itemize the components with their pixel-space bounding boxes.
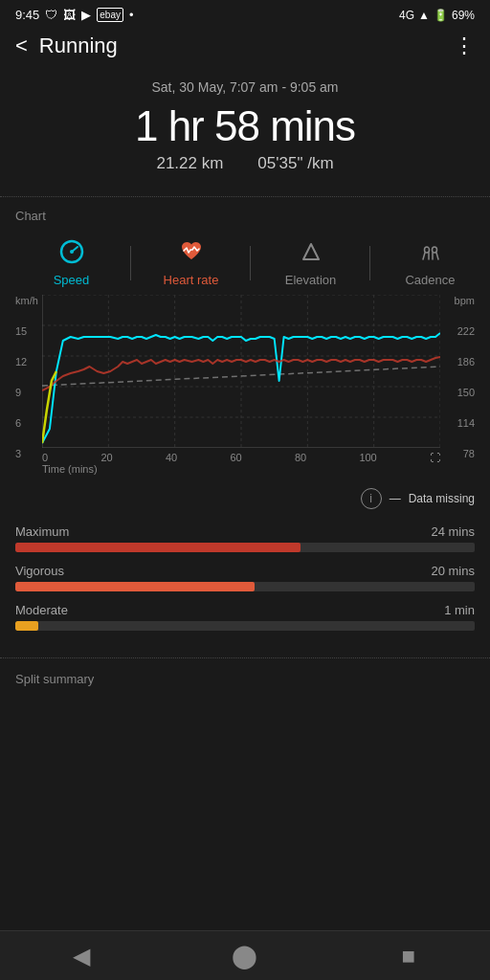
status-bar: 9:45 🛡 🖼 ▶ ebay • 4G ▲ 🔋 69%	[0, 0, 490, 26]
youtube-icon: ▶	[81, 8, 91, 22]
zones-section: Maximum 24 mins Vigorous 20 mins Moderat…	[0, 517, 490, 657]
x-axis: 0 20 40 60 80 100 ⛶	[42, 448, 440, 463]
zone-moderate-bar-fill	[15, 621, 38, 631]
svg-point-5	[432, 247, 436, 253]
tab-elevation-label: Elevation	[285, 273, 336, 287]
svg-point-2	[70, 250, 74, 254]
tab-speed[interactable]: Speed	[11, 238, 131, 287]
page-title: Running	[39, 33, 118, 58]
dot-icon: •	[129, 8, 134, 22]
zone-maximum-bar-bg	[15, 543, 475, 552]
notification-icon: 🛡	[45, 8, 57, 22]
zone-vigorous-bar-bg	[15, 582, 475, 591]
y-axis-right: bpm 222 186 150 114 78	[455, 295, 475, 459]
y-axis-left: km/h 15 12 9 6 3	[15, 295, 38, 459]
zone-moderate: Moderate 1 min	[15, 603, 475, 631]
tab-heart-rate[interactable]: Heart rate	[131, 238, 251, 287]
chart-svg	[42, 295, 440, 448]
zone-moderate-time: 1 min	[444, 603, 475, 617]
summary-section: Sat, 30 May, 7:07 am - 9:05 am 1 hr 58 m…	[0, 70, 490, 189]
nav-back-icon: ◀	[73, 943, 90, 969]
chart-section: Chart Speed Heart rate	[0, 196, 490, 517]
svg-marker-3	[303, 244, 319, 259]
more-menu-button[interactable]: ⋮	[454, 33, 475, 58]
battery-label: 69%	[452, 9, 475, 22]
zone-vigorous: Vigorous 20 mins	[15, 564, 475, 591]
bottom-nav: ◀ ⬤ ■	[0, 930, 490, 980]
zone-vigorous-time: 20 mins	[431, 564, 475, 578]
svg-line-9	[436, 253, 438, 259]
heart-rate-icon	[178, 238, 205, 271]
tab-speed-label: Speed	[54, 273, 90, 287]
nav-recent-icon: ■	[401, 943, 415, 969]
y-right-unit: bpm	[455, 295, 475, 306]
speed-icon	[58, 238, 85, 271]
x-axis-unit: Time (mins)	[42, 463, 475, 479]
tab-heart-rate-label: Heart rate	[164, 273, 219, 287]
distance: 21.22 km	[156, 154, 223, 173]
nav-home-button[interactable]: ⬤	[216, 937, 274, 975]
zone-moderate-bar-bg	[15, 621, 475, 631]
zone-vigorous-label: Vigorous	[15, 564, 64, 578]
chart-label: Chart	[0, 196, 490, 231]
tab-cadence[interactable]: Cadence	[370, 238, 490, 287]
info-icon[interactable]: i	[361, 488, 382, 509]
elevation-icon	[298, 238, 324, 271]
nav-back-button[interactable]: ◀	[53, 937, 110, 975]
zone-maximum-time: 24 mins	[431, 524, 475, 539]
duration: 1 hr 58 mins	[15, 102, 475, 150]
back-button[interactable]: <	[15, 33, 28, 58]
data-missing-label: Data missing	[409, 492, 475, 505]
cadence-icon	[417, 238, 444, 271]
battery-icon: 🔋	[434, 9, 448, 22]
zone-vigorous-bar-fill	[15, 582, 255, 591]
zone-maximum-label: Maximum	[15, 524, 69, 539]
data-missing-row: i — Data missing	[0, 486, 490, 517]
nav-home-icon: ⬤	[232, 943, 257, 969]
tab-elevation[interactable]: Elevation	[251, 238, 370, 287]
network-label: 4G	[399, 9, 414, 22]
nav-recent-button[interactable]: ■	[380, 937, 437, 975]
status-time: 9:45	[15, 8, 39, 22]
signal-icon: ▲	[418, 9, 430, 22]
svg-line-6	[423, 253, 425, 259]
media-icon: 🖼	[63, 8, 76, 22]
top-bar: < Running ⋮	[0, 26, 490, 70]
ebay-icon: ebay	[97, 8, 123, 22]
zone-maximum-bar-fill	[15, 543, 301, 552]
chart-container: km/h 15 12 9 6 3 bpm 222 186 150 114 78	[0, 295, 490, 486]
zone-maximum: Maximum 24 mins	[15, 524, 475, 552]
svg-point-4	[424, 247, 429, 253]
date-range: Sat, 30 May, 7:07 am - 9:05 am	[15, 79, 475, 95]
chart-tabs: Speed Heart rate Elevation	[0, 231, 490, 295]
pace: 05'35" /km	[257, 154, 333, 173]
split-summary-label: Split summary	[15, 672, 94, 686]
tab-cadence-label: Cadence	[405, 273, 455, 287]
zone-moderate-label: Moderate	[15, 603, 68, 617]
y-left-unit: km/h	[15, 295, 38, 306]
split-section: Split summary	[0, 657, 490, 695]
